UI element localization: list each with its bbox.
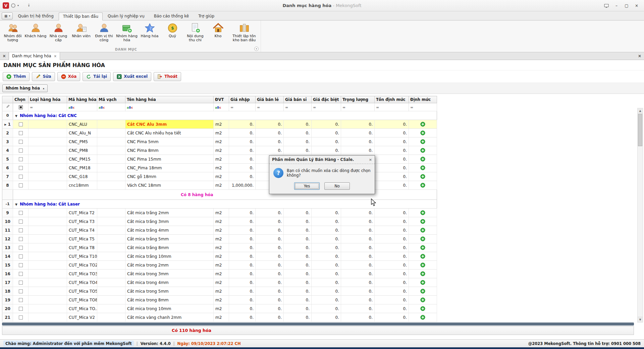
row-checkbox[interactable] <box>19 289 23 293</box>
collapse-group-icon[interactable]: ▼ <box>15 114 17 118</box>
group-by-chip[interactable]: Nhóm hàng hóa▴ <box>2 84 48 92</box>
scroll-up-icon[interactable]: ▲ <box>638 108 643 114</box>
column-header-chon[interactable]: Chọn <box>13 96 29 103</box>
product-row[interactable]: 9CUT_Mica T2Cắt mica trắng 2mmm20.0.0.0.… <box>2 209 437 217</box>
ribbon-tab[interactable]: Quản lý nghiệp vụ <box>103 12 149 20</box>
close-button[interactable]: × <box>633 2 641 9</box>
ribbon-item-quy[interactable]: $Quỹ <box>161 21 184 44</box>
product-row[interactable]: 21CUT_Mica V2Cắt mica vàng chanh 2mmm20.… <box>2 313 437 322</box>
add-dinh-muc-button[interactable] <box>420 139 425 144</box>
add-dinh-muc-button[interactable] <box>420 254 425 259</box>
row-checkbox[interactable] <box>19 298 23 302</box>
filter-cell-gia-ban-si[interactable]: = <box>284 103 312 111</box>
ribbon-item-nhom-doi-tuong[interactable]: Nhóm đối tượng <box>1 21 24 44</box>
column-header-trong-luong[interactable]: Trọng lượng <box>341 96 375 103</box>
column-header-dinh-muc[interactable]: Định mức <box>409 96 437 103</box>
filter-cell-dinh-muc[interactable]: = <box>409 103 437 111</box>
filter-cell-ma-hang-hoa[interactable]: aBc <box>67 103 97 111</box>
row-checkbox[interactable] <box>19 254 23 258</box>
filter-cell-ma-vach[interactable]: aBc <box>97 103 125 111</box>
add-dinh-muc-button[interactable] <box>420 130 425 135</box>
tai-lai-button[interactable]: Tải lại <box>83 72 111 81</box>
vertical-scrollbar[interactable]: ▲ ▼ <box>637 108 643 323</box>
yes-button[interactable]: Yes <box>294 182 320 190</box>
add-dinh-muc-button[interactable] <box>420 148 425 153</box>
column-header-ma-hang-hoa[interactable]: Mã hàng hóa <box>67 96 97 103</box>
add-dinh-muc-button[interactable] <box>420 289 425 294</box>
add-dinh-muc-button[interactable] <box>420 210 425 215</box>
ribbon-item-hang-hoa[interactable]: Hàng hóa <box>138 21 161 44</box>
them-button[interactable]: Thêm <box>3 72 30 81</box>
add-dinh-muc-button[interactable] <box>420 263 425 268</box>
product-row[interactable]: 15CUT_Mica TO2Cắt mica trong 2mmm20.0.0.… <box>2 261 437 270</box>
dialog-close-icon[interactable]: × <box>369 158 372 162</box>
filter-cell-ten-hang-hoa[interactable]: aBc <box>125 103 214 111</box>
row-checkbox[interactable] <box>19 246 23 250</box>
document-tab[interactable]: Danh mục hàng hóa× <box>9 52 60 60</box>
column-header-gia-ban-le[interactable]: Giá bán lẻ <box>256 96 284 103</box>
collapse-group-icon[interactable]: ▼ <box>15 203 17 206</box>
row-checkbox[interactable] <box>19 211 23 215</box>
ribbon-group-launcher[interactable]: ▾ <box>254 47 259 51</box>
filter-cell-ton-dinh-muc[interactable]: = <box>375 103 409 111</box>
ribbon-item-nhom-hang-hoa[interactable]: Nhóm hàng hóa <box>115 21 138 44</box>
product-row[interactable]: 17CUT_Mica TO4Cắt mica trong 4mmm20.0.0.… <box>2 278 437 287</box>
ribbon-tab[interactable]: Trợ giúp <box>194 12 219 20</box>
fullscreen-icon[interactable] <box>602 2 610 9</box>
row-checkbox[interactable] <box>19 263 23 267</box>
tab-close-icon[interactable]: × <box>54 54 57 58</box>
filter-cell-trong-luong[interactable]: = <box>341 103 375 111</box>
add-dinh-muc-button[interactable] <box>420 174 425 179</box>
product-row[interactable]: 11CUT_Mica T4Cắt mica trắng 4mmm20.0.0.0… <box>2 226 437 235</box>
column-header-loai-hang-hoa[interactable]: Loại hàng hóa <box>29 96 67 103</box>
row-checkbox[interactable] <box>19 175 23 179</box>
product-row[interactable]: 19CUT_Mica TO8Cắt mica trong 8mmm20.0.0.… <box>2 296 437 304</box>
add-dinh-muc-button[interactable] <box>420 297 425 302</box>
row-checkbox[interactable] <box>19 149 23 153</box>
add-dinh-muc-button[interactable] <box>420 315 425 320</box>
column-header-dvt[interactable]: ĐVT <box>214 96 229 103</box>
add-dinh-muc-button[interactable] <box>420 306 425 311</box>
no-button[interactable]: No <box>324 182 350 190</box>
add-dinh-muc-button[interactable] <box>420 219 425 224</box>
dialog-titlebar[interactable]: Phần mềm Quản Lý Bán Hàng - CSale. × <box>269 156 375 164</box>
ribbon-item-don-vi-thi-cong[interactable]: Đơn vị thi công <box>93 21 115 44</box>
ribbon-tab[interactable]: Thiết lập ban đầu <box>59 12 103 20</box>
ribbon-tab[interactable]: Quản trị hệ thống <box>13 12 58 20</box>
product-row[interactable]: 20CUT_Mica TO...Cắt mica trong 10mmm20.0… <box>2 304 437 313</box>
scroll-down-icon[interactable]: ▼ <box>638 317 643 322</box>
add-dinh-muc-button[interactable] <box>420 122 425 127</box>
row-checkbox[interactable] <box>19 237 23 241</box>
add-dinh-muc-button[interactable] <box>420 271 425 276</box>
thoat-button[interactable]: Thoát <box>154 72 181 81</box>
column-header-gia-nhap[interactable]: Giá nhập <box>229 96 256 103</box>
row-checkbox[interactable] <box>19 228 23 232</box>
ribbon-item-nhan-vien[interactable]: Nhân viên <box>70 21 93 44</box>
horizontal-scrollbar[interactable] <box>2 323 634 326</box>
product-row[interactable]: 14CUT_Mica T10Cắt mica trắng 10mmm20.0.0… <box>2 252 437 261</box>
column-header-gia-dac-biet[interactable]: Giá đặc biệt <box>312 96 341 103</box>
scrollbar-thumb[interactable] <box>638 114 642 146</box>
row-checkbox[interactable] <box>19 220 23 224</box>
column-header-gia-ban-si[interactable]: Giá bán sỉ <box>284 96 312 103</box>
ribbon-item-kho[interactable]: Kho <box>207 21 229 44</box>
add-dinh-muc-button[interactable] <box>420 228 425 233</box>
product-row[interactable]: ▸ 1CNC_ALUCắt CNC Alu 3mmm20.0.0.0.0.0. <box>2 120 437 129</box>
row-checkbox[interactable] <box>19 315 23 319</box>
filter-cell-loai-hang-hoa[interactable]: = <box>29 103 67 111</box>
product-row[interactable]: 18CUT_Mica TO5Cắt mica trong 5mmm20.0.0.… <box>2 287 437 296</box>
app-menu-button[interactable]: ▦▾ <box>2 12 13 19</box>
ribbon-item-thiet-lap-ton-kho-ban-dau[interactable]: Thiết lập tồn kho ban đầu <box>229 21 259 44</box>
sua-button[interactable]: Sửa <box>32 72 55 81</box>
add-dinh-muc-button[interactable] <box>420 183 425 188</box>
product-row[interactable]: 10CUT_Mica T3Cắt mica trắng 3mmm20.0.0.0… <box>2 217 437 226</box>
row-checkbox[interactable] <box>19 183 23 187</box>
add-dinh-muc-button[interactable] <box>420 236 425 241</box>
product-row[interactable]: 3CNC_PM5CNC Pima 5mmm20.0.0.0.0.0. <box>2 137 437 146</box>
row-checkbox[interactable] <box>19 140 23 144</box>
product-row[interactable]: 4CNC_PM8CNC Pima 8mmm20.0.0.0.0.0. <box>2 146 437 155</box>
row-checkbox[interactable] <box>19 166 23 170</box>
toolbar-customize-icon[interactable]: ▾ <box>28 4 30 7</box>
row-checkbox[interactable] <box>19 122 23 126</box>
select-all-checkbox[interactable] <box>19 105 23 109</box>
